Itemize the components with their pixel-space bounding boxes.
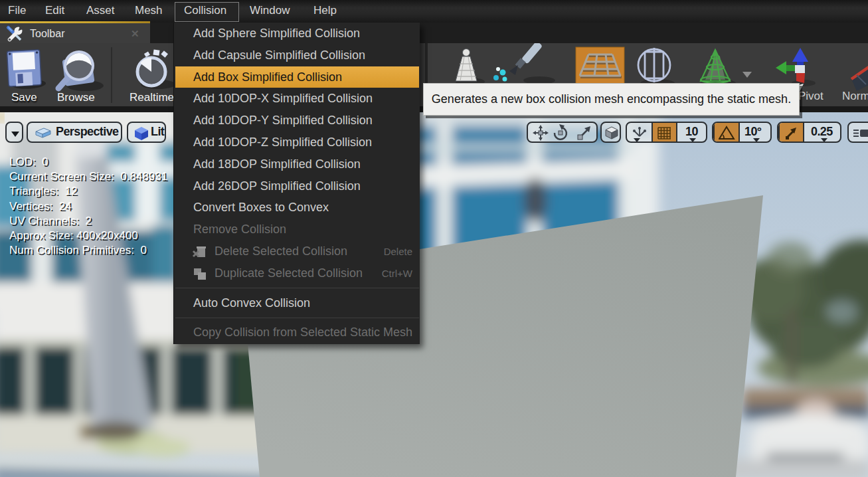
svg-text:Norm: Norm <box>842 90 868 102</box>
svg-text:Browse: Browse <box>57 91 95 104</box>
svg-text:Pivot: Pivot <box>798 90 824 102</box>
svg-text:Save: Save <box>11 91 37 104</box>
svg-text:Realtime: Realtime <box>130 91 174 104</box>
